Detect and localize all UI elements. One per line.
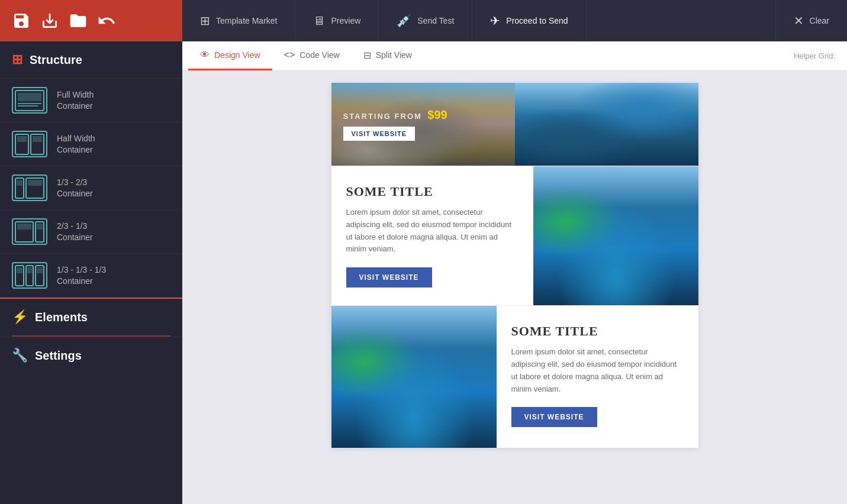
hero-text: STARTING FROM $99 VISIT WEBSITE [343,108,503,141]
svg-rect-15 [37,224,43,230]
elements-icon: ⚡ [12,309,28,325]
send-test-label: Send Test [417,16,454,26]
proceed-icon: ✈ [490,14,500,28]
one-third-label: 1/3 - 2/3Container [57,177,93,198]
sidebar-items: Full WidthContainer Half WidthContainer [0,79,182,298]
section2-body: Lorem ipsum dolor sit amet, consectetur … [511,346,684,395]
svg-rect-14 [17,224,31,230]
svg-rect-1 [18,93,41,101]
template-market-icon: ⊞ [200,14,210,28]
full-width-label: Full WidthContainer [57,89,94,111]
content-area: 👁 Design View <> Code View ⊟ Split View … [182,41,847,504]
sidebar-item-two-third[interactable]: 2/3 - 1/3Container [0,210,182,254]
code-view-label: Code View [299,50,339,60]
hero-visit-website-button[interactable]: VISIT WEBSITE [343,127,416,141]
settings-section[interactable]: 🔧 Settings [0,337,182,374]
helper-grid: Helper Grid: [794,51,841,60]
clear-icon: ✕ [794,14,804,28]
half-width-label: Half WidthContainer [57,133,95,154]
two-third-icon [12,218,47,245]
email-canvas: STARTING FROM $99 VISIT WEBSITE SOME TIT… [182,71,847,504]
email-section-1: SOME TITLE Lorem ipsum dolor sit amet, c… [331,166,698,305]
folder-icon[interactable] [69,11,88,30]
toolbar-right: ⊞ Template Market 🖥 Preview 💉 Send Test … [182,0,847,41]
section1-image [533,166,698,305]
toolbar: ⊞ Template Market 🖥 Preview 💉 Send Test … [0,0,847,41]
preview-button[interactable]: 🖥 Preview [295,0,379,41]
svg-rect-19 [17,267,22,273]
elements-divider [12,335,170,337]
hero-starting-text: STARTING FROM $99 [343,108,503,122]
one-third-icon [12,175,47,201]
sidebar-item-half-width[interactable]: Half WidthContainer [0,122,182,166]
hero-left: STARTING FROM $99 VISIT WEBSITE [331,83,515,166]
helper-grid-label: Helper Grid: [794,51,835,60]
split-view-label: Split View [376,50,412,60]
design-view-icon: 👁 [200,50,210,60]
template-market-label: Template Market [216,16,277,26]
hero-right-image [515,83,698,166]
preview-label: Preview [331,16,360,26]
half-width-icon [12,131,47,157]
clear-label: Clear [810,16,829,26]
section1-visit-button[interactable]: VISIT WEBSITE [346,267,432,287]
svg-rect-20 [27,267,32,273]
section1-body: Lorem ipsum dolor sit amet, consectetur … [346,206,518,256]
svg-rect-11 [28,180,42,186]
sidebar-item-full-width[interactable]: Full WidthContainer [0,79,182,122]
structure-icon: ⊞ [12,52,22,67]
template-market-button[interactable]: ⊞ Template Market [182,0,295,41]
code-view-icon: <> [284,50,295,60]
clear-button[interactable]: ✕ Clear [775,0,847,41]
main-area: ⊞ Structure Full WidthContainer [0,41,847,504]
tab-split-view[interactable]: ⊟ Split View [352,41,424,70]
email-hero-section: STARTING FROM $99 VISIT WEBSITE [331,83,698,166]
section2-visit-button[interactable]: VISIT WEBSITE [511,407,597,427]
send-test-button[interactable]: 💉 Send Test [379,0,472,41]
sidebar-item-three-col[interactable]: 1/3 - 1/3 - 1/3Container [0,254,182,298]
tab-design-view[interactable]: 👁 Design View [188,41,272,70]
structure-section-title: ⊞ Structure [0,41,182,79]
view-tabs: 👁 Design View <> Code View ⊟ Split View … [182,41,847,71]
elements-section[interactable]: ⚡ Elements [0,298,182,335]
section2-title: SOME TITLE [511,324,684,339]
section2-image [331,306,497,448]
save-icon1[interactable] [12,11,31,30]
save-icon2[interactable] [40,11,59,30]
undo-icon[interactable] [97,11,116,30]
preview-icon: 🖥 [313,14,325,28]
settings-label: Settings [35,349,82,363]
section2-text-col: SOME TITLE Lorem ipsum dolor sit amet, c… [497,306,698,448]
three-col-label: 1/3 - 1/3 - 1/3Container [57,264,106,286]
elements-label: Elements [35,311,88,324]
toolbar-left [0,0,182,41]
proceed-to-send-label: Proceed to Send [506,16,568,26]
structure-label: Structure [30,53,82,67]
sidebar: ⊞ Structure Full WidthContainer [0,41,182,504]
section1-title: SOME TITLE [346,184,518,199]
settings-icon: 🔧 [12,348,28,363]
section1-text-col: SOME TITLE Lorem ipsum dolor sit amet, c… [331,166,533,305]
email-section-2: SOME TITLE Lorem ipsum dolor sit amet, c… [331,305,698,448]
two-third-label: 2/3 - 1/3Container [57,221,93,242]
proceed-to-send-button[interactable]: ✈ Proceed to Send [472,0,586,41]
svg-rect-21 [37,267,43,273]
tab-code-view[interactable]: <> Code View [272,41,352,70]
email-container: STARTING FROM $99 VISIT WEBSITE SOME TIT… [331,83,698,448]
send-test-icon: 💉 [397,14,411,28]
sidebar-item-one-third[interactable]: 1/3 - 2/3Container [0,166,182,210]
svg-rect-7 [33,136,42,142]
full-width-icon [12,87,47,114]
svg-rect-6 [17,136,27,142]
design-view-label: Design View [214,50,260,60]
three-col-icon [12,262,47,289]
svg-rect-10 [17,180,22,186]
split-view-icon: ⊟ [363,50,371,61]
